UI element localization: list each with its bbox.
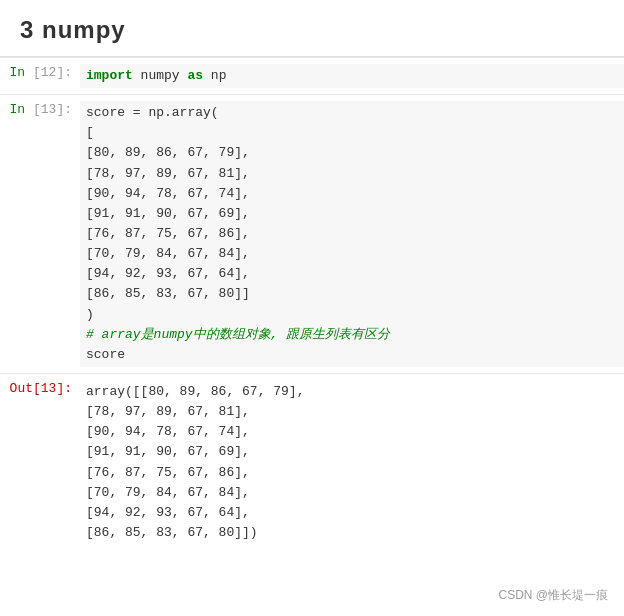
code-line: [78, 97, 89, 67, 81], [86,402,618,422]
code-token: [70, 79, 84, 67, 84], [86,485,250,500]
cell-code-0: import numpy as np [80,64,624,88]
code-line: ) [86,305,618,325]
code-token: score = np.array( [86,105,219,120]
code-line: [86, 85, 83, 67, 80]] [86,284,618,304]
cell-code-2: array([[80, 89, 86, 67, 79], [78, 97, 89… [80,380,624,545]
code-token: np [203,68,226,83]
code-token: array([[80, 89, 86, 67, 79], [86,384,304,399]
code-line: [90, 94, 78, 67, 74], [86,184,618,204]
code-token: [91, 91, 90, 67, 69], [86,444,250,459]
code-token: numpy [133,68,188,83]
code-token: [86, 85, 83, 67, 80]] [86,286,250,301]
code-line: array([[80, 89, 86, 67, 79], [86,382,618,402]
code-line: [94, 92, 93, 67, 64], [86,264,618,284]
code-token: [76, 87, 75, 67, 86], [86,226,250,241]
code-token: [90, 94, 78, 67, 74], [86,186,250,201]
code-line: [78, 97, 89, 67, 81], [86,164,618,184]
page-title: 3 numpy [20,16,126,43]
cells-container: In [12]:import numpy as npIn [13]:score … [0,57,624,551]
code-line: [80, 89, 86, 67, 79], [86,143,618,163]
code-token: ) [86,307,94,322]
code-line: import numpy as np [86,66,618,86]
code-line: [76, 87, 75, 67, 86], [86,224,618,244]
code-token: [ [86,125,94,140]
code-line: score = np.array( [86,103,618,123]
code-token: [91, 91, 90, 67, 69], [86,206,250,221]
cell-label-0: In [12]: [0,64,80,80]
code-token: [70, 79, 84, 67, 84], [86,246,250,261]
code-line: [70, 79, 84, 67, 84], [86,244,618,264]
cell-number: [12]: [33,65,72,80]
cell-label-1: In [13]: [0,101,80,117]
cell-0: In [12]:import numpy as np [0,57,624,94]
code-token: [86, 85, 83, 67, 80]]) [86,525,258,540]
code-token: [78, 97, 89, 67, 81], [86,404,250,419]
code-line: [86, 85, 83, 67, 80]]) [86,523,618,543]
cell-1: In [13]:score = np.array( [ [80, 89, 86,… [0,94,624,373]
code-line: score [86,345,618,365]
code-token: score [86,347,125,362]
code-token: # array是numpy中的数组对象, 跟原生列表有区分 [86,327,390,342]
code-token: [78, 97, 89, 67, 81], [86,166,250,181]
page-header: 3 numpy [0,0,624,56]
code-token: [90, 94, 78, 67, 74], [86,424,250,439]
code-line: [76, 87, 75, 67, 86], [86,463,618,483]
cell-2: Out[13]:array([[80, 89, 86, 67, 79], [78… [0,373,624,551]
in-label: In [10,65,26,80]
cell-label-2: Out[13]: [0,380,80,396]
code-token: [94, 92, 93, 67, 64], [86,505,250,520]
code-token: as [187,68,203,83]
code-token: [94, 92, 93, 67, 64], [86,266,250,281]
code-line: [91, 91, 90, 67, 69], [86,442,618,462]
code-line: [90, 94, 78, 67, 74], [86,422,618,442]
code-token: [80, 89, 86, 67, 79], [86,145,250,160]
out-label: Out[13]: [10,381,72,396]
code-token: [76, 87, 75, 67, 86], [86,465,250,480]
code-line: [ [86,123,618,143]
code-token: import [86,68,133,83]
code-line: [91, 91, 90, 67, 69], [86,204,618,224]
in-label: In [10,102,26,117]
cell-code-1: score = np.array( [ [80, 89, 86, 67, 79]… [80,101,624,367]
code-line: [70, 79, 84, 67, 84], [86,483,618,503]
code-line: [94, 92, 93, 67, 64], [86,503,618,523]
page-container: 3 numpy In [12]:import numpy as npIn [13… [0,0,624,616]
code-line: # array是numpy中的数组对象, 跟原生列表有区分 [86,325,618,345]
watermark: CSDN @惟长堤一痕 [498,587,608,604]
cell-number: [13]: [33,102,72,117]
